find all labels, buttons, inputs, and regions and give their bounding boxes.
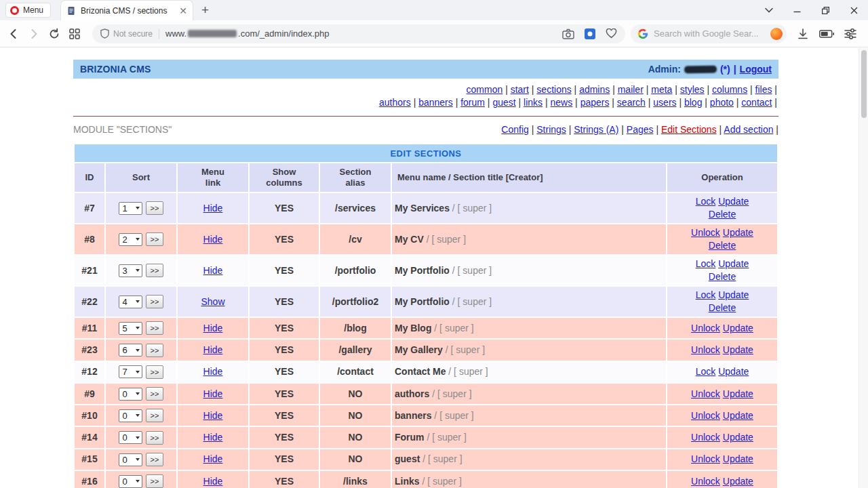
op-update-link[interactable]: Update bbox=[723, 453, 753, 464]
op-delete-link[interactable]: Delete bbox=[709, 209, 736, 220]
sort-select[interactable]: 1 bbox=[119, 202, 142, 215]
menu-link-toggle[interactable]: Hide bbox=[203, 476, 223, 487]
op-lock-link[interactable]: Lock bbox=[696, 366, 716, 377]
nav-link-admins[interactable]: admins bbox=[579, 84, 610, 95]
menu-link-toggle[interactable]: Show bbox=[201, 296, 224, 307]
tab-tiles-icon[interactable] bbox=[68, 28, 81, 40]
op-lock-link[interactable]: Lock bbox=[696, 289, 716, 300]
snapshot-camera-icon[interactable] bbox=[562, 28, 574, 39]
menu-link-toggle[interactable]: Hide bbox=[203, 432, 223, 443]
sort-apply-button[interactable]: >> bbox=[146, 409, 164, 422]
scrollbar-thumb[interactable] bbox=[861, 50, 867, 118]
sort-apply-button[interactable]: >> bbox=[146, 453, 164, 466]
op-unlock-link[interactable]: Unlock bbox=[691, 344, 720, 355]
sort-apply-button[interactable]: >> bbox=[146, 344, 164, 357]
address-bar[interactable]: Not secure www. .com/_admin/index.php bbox=[92, 24, 625, 43]
op-update-link[interactable]: Update bbox=[723, 432, 753, 443]
op-update-link[interactable]: Update bbox=[718, 196, 749, 207]
back-icon[interactable] bbox=[7, 27, 20, 41]
nav-link-news[interactable]: news bbox=[551, 97, 573, 108]
op-lock-link[interactable]: Lock bbox=[696, 196, 716, 207]
forward-icon[interactable] bbox=[27, 27, 41, 41]
nav-link-files[interactable]: files bbox=[755, 84, 772, 95]
sort-apply-button[interactable]: >> bbox=[146, 387, 164, 401]
sort-select[interactable]: 0 bbox=[119, 431, 142, 444]
bookmark-heart-icon[interactable] bbox=[606, 28, 617, 39]
browser-tab[interactable]: Brizonia CMS / sections ✕ bbox=[60, 0, 193, 20]
op-lock-link[interactable]: Lock bbox=[696, 258, 716, 269]
tab-dropdown-icon[interactable] bbox=[765, 7, 773, 13]
search-input[interactable]: Search with Google Sear... bbox=[654, 28, 770, 39]
op-update-link[interactable]: Update bbox=[718, 289, 749, 300]
op-unlock-link[interactable]: Unlock bbox=[691, 432, 720, 443]
nav-link-meta[interactable]: meta bbox=[651, 84, 672, 95]
sort-select[interactable]: 0 bbox=[119, 475, 142, 488]
sort-select[interactable]: 3 bbox=[119, 264, 142, 277]
menu-link-toggle[interactable]: Hide bbox=[203, 203, 223, 214]
nav-link-forum[interactable]: forum bbox=[460, 97, 485, 108]
nav-link-sections[interactable]: sections bbox=[536, 84, 571, 95]
op-update-link[interactable]: Update bbox=[723, 388, 753, 399]
sort-apply-button[interactable]: >> bbox=[146, 264, 164, 277]
sort-apply-button[interactable]: >> bbox=[146, 201, 164, 215]
module-link-add-section[interactable]: Add section bbox=[724, 124, 773, 135]
nav-link-photo[interactable]: photo bbox=[710, 97, 734, 108]
sort-select[interactable]: 0 bbox=[119, 388, 142, 401]
module-link-strings[interactable]: Strings bbox=[536, 124, 566, 135]
op-update-link[interactable]: Update bbox=[718, 258, 749, 269]
menu-link-toggle[interactable]: Hide bbox=[203, 388, 223, 399]
op-unlock-link[interactable]: Unlock bbox=[691, 388, 720, 399]
op-update-link[interactable]: Update bbox=[723, 227, 753, 238]
easy-setup-sliders-icon[interactable] bbox=[844, 28, 856, 39]
nav-link-columns[interactable]: columns bbox=[712, 84, 747, 95]
op-update-link[interactable]: Update bbox=[723, 344, 753, 355]
nav-link-start[interactable]: start bbox=[511, 84, 529, 95]
nav-link-users[interactable]: users bbox=[653, 97, 676, 108]
sort-select[interactable]: 5 bbox=[119, 322, 142, 335]
op-update-link[interactable]: Update bbox=[718, 366, 749, 377]
sort-apply-button[interactable]: >> bbox=[146, 365, 164, 379]
sort-select[interactable]: 0 bbox=[119, 409, 142, 422]
menu-link-toggle[interactable]: Hide bbox=[203, 453, 223, 464]
nav-link-guest[interactable]: guest bbox=[492, 97, 515, 108]
module-link-strings-a[interactable]: Strings (A) bbox=[574, 124, 618, 135]
extension-icon[interactable] bbox=[585, 28, 595, 39]
nav-link-banners[interactable]: banners bbox=[418, 97, 453, 108]
menu-link-toggle[interactable]: Hide bbox=[203, 265, 223, 276]
sort-apply-button[interactable]: >> bbox=[146, 295, 164, 308]
op-delete-link[interactable]: Delete bbox=[709, 271, 736, 282]
sort-select[interactable]: 0 bbox=[119, 453, 142, 466]
sort-select[interactable]: 7 bbox=[119, 365, 142, 378]
op-delete-link[interactable]: Delete bbox=[709, 302, 736, 313]
minimize-button[interactable] bbox=[783, 0, 811, 20]
nav-link-common[interactable]: common bbox=[467, 84, 503, 95]
module-link-pages[interactable]: Pages bbox=[627, 124, 654, 135]
logout-link[interactable]: Logout bbox=[740, 64, 772, 75]
nav-link-mailer[interactable]: mailer bbox=[618, 84, 644, 95]
op-update-link[interactable]: Update bbox=[723, 410, 753, 421]
menu-link-toggle[interactable]: Hide bbox=[203, 366, 223, 377]
nav-link-authors[interactable]: authors bbox=[379, 97, 411, 108]
nav-link-styles[interactable]: styles bbox=[680, 84, 705, 95]
sort-apply-button[interactable]: >> bbox=[146, 232, 164, 246]
op-unlock-link[interactable]: Unlock bbox=[691, 323, 720, 333]
assistant-icon[interactable] bbox=[770, 28, 783, 40]
nav-link-papers[interactable]: papers bbox=[580, 97, 610, 108]
menu-link-toggle[interactable]: Hide bbox=[203, 410, 223, 421]
sort-select[interactable]: 6 bbox=[119, 344, 142, 357]
search-box[interactable]: Search with Google Sear... bbox=[631, 24, 787, 43]
sort-apply-button[interactable]: >> bbox=[146, 321, 164, 335]
downloads-icon[interactable] bbox=[797, 28, 809, 40]
module-link-config[interactable]: Config bbox=[501, 124, 528, 135]
op-unlock-link[interactable]: Unlock bbox=[691, 453, 720, 464]
menu-link-toggle[interactable]: Hide bbox=[203, 344, 223, 355]
op-update-link[interactable]: Update bbox=[723, 476, 753, 487]
sort-select[interactable]: 2 bbox=[119, 233, 142, 246]
restore-button[interactable] bbox=[811, 0, 840, 20]
page-scrollbar[interactable] bbox=[859, 48, 868, 488]
op-unlock-link[interactable]: Unlock bbox=[691, 476, 720, 487]
op-delete-link[interactable]: Delete bbox=[709, 240, 736, 251]
op-update-link[interactable]: Update bbox=[723, 323, 753, 333]
tab-close-icon[interactable]: ✕ bbox=[179, 6, 187, 16]
op-unlock-link[interactable]: Unlock bbox=[691, 227, 720, 238]
